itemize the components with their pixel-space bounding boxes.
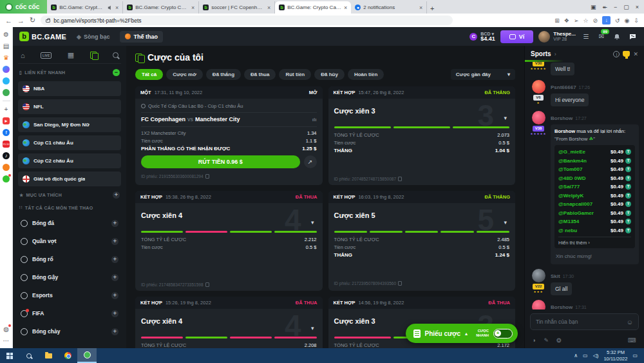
filter-pill[interactable]: Cược mở <box>166 69 203 80</box>
sort-dropdown[interactable]: Cược gần đây ▾ <box>451 69 515 80</box>
my-bets-icon[interactable] <box>90 52 97 59</box>
maximize-button[interactable]: ▢ <box>623 4 629 10</box>
tip-recipient[interactable]: @PabloGamer <box>558 210 611 216</box>
bcgame-logo[interactable]: b BC.GAME <box>19 32 66 41</box>
file-explorer-icon[interactable] <box>39 348 58 363</box>
quick-link-item[interactable]: NFL <box>18 99 121 114</box>
show-more-button[interactable]: Hiển thị thêm › <box>558 237 631 246</box>
bet-card-parlay[interactable]: KẾT HỢP 16:03, 19 thg 8, 2022 ĐÃ THẮNG C… <box>328 191 516 291</box>
sport-item[interactable]: Quần vợt + <box>18 233 121 249</box>
shop-sale-icon[interactable]: 15.10 <box>3 141 10 148</box>
info-icon[interactable]: i <box>613 51 620 57</box>
filter-pill[interactable]: Rút tiền <box>279 69 311 80</box>
wallet-button[interactable]: Ví <box>500 30 534 43</box>
tip-recipient[interactable]: @G_mieEe <box>558 149 611 155</box>
cashout-button[interactable]: RÚT TIỀN 0.96 $ <box>141 155 300 168</box>
bookmark-star-icon[interactable]: ☆ <box>583 17 588 24</box>
filter-pill[interactable]: Đã hủy <box>314 69 345 80</box>
betslip-button[interactable]: Phiếu cược ▴ CƯỢC NHANH + <box>406 324 518 343</box>
settings-gear-icon[interactable]: ⚙ <box>3 31 10 38</box>
sport-item[interactable]: Bóng chày + <box>18 324 121 339</box>
avatar[interactable] <box>532 80 545 93</box>
start-button[interactable] <box>0 348 19 363</box>
quick-bet-toggle[interactable]: + <box>493 329 513 338</box>
filter-pill[interactable]: Tất cả <box>135 69 163 80</box>
chevron-down-icon[interactable]: ▾ <box>311 325 314 331</box>
sport-item[interactable]: Bóng đá + <box>18 215 121 231</box>
chat-username[interactable]: Borshow17:31 <box>551 304 587 309</box>
tab-close-icon[interactable]: × <box>191 5 194 11</box>
bet-card-parlay[interactable]: KẾT HỢP 15:38, 26 thg 8, 2022 ĐÃ THUA Cư… <box>135 191 323 291</box>
bet-list-icon[interactable]: ☰ <box>581 33 591 40</box>
adblock-icon[interactable]: ⊘ <box>593 17 598 24</box>
tip-recipient[interactable]: @WelplyK <box>558 193 611 199</box>
trophy-icon[interactable] <box>623 51 630 57</box>
expand-sport-button[interactable]: + <box>111 292 118 299</box>
sync-icon[interactable]: ↺ <box>615 17 620 24</box>
tip-recipient[interactable]: @snapcall007 <box>558 201 611 207</box>
nav-casino[interactable]: ◆ Sòng bạc <box>71 31 115 43</box>
collapse-button[interactable]: − <box>113 69 120 76</box>
copy-icon[interactable] <box>205 174 209 179</box>
games-icon[interactable] <box>3 89 10 96</box>
quick-link-item[interactable]: San Diego, Mỹ Đơn Nữ <box>18 117 121 132</box>
sport-item[interactable]: FIFA + <box>18 306 121 321</box>
stats-icon[interactable]: ılı <box>312 117 317 123</box>
tab-close-icon[interactable]: × <box>267 5 270 11</box>
more-options-icon[interactable]: ⋯ <box>3 337 10 344</box>
expand-sport-button[interactable]: + <box>111 220 118 227</box>
tip-recipient[interactable]: @Tom007 <box>558 166 611 172</box>
rules-icon[interactable]: ✎ <box>544 337 549 344</box>
rain-tip-icon[interactable]: ◗ <box>533 337 536 344</box>
reload-icon[interactable]: ↻ <box>30 16 35 25</box>
clock[interactable]: 5:32 PM 10/11/2022 <box>603 349 627 362</box>
browser-tab-3[interactable]: b soccer | FC Copenhagen vs M × <box>199 1 275 14</box>
chrome-icon[interactable] <box>58 348 77 363</box>
taskbar-search-icon[interactable] <box>19 348 39 363</box>
bet-card-single[interactable]: MỘT 17:31, 11 thg 10, 2022 MỞ Quốc Tế Cấ… <box>135 86 323 185</box>
home-icon[interactable]: ⌂ <box>21 52 25 59</box>
speaker-icon[interactable] <box>108 5 113 10</box>
copy-icon[interactable] <box>398 281 402 286</box>
add-favorite-button[interactable]: + <box>113 191 120 199</box>
browser-tab-4-active[interactable]: b BC.Game: Crypto Casino Gan × <box>275 1 351 14</box>
close-chat-icon[interactable]: ✕ <box>633 51 638 57</box>
avatar[interactable] <box>532 111 545 124</box>
facebook-icon[interactable]: f <box>3 129 10 136</box>
expand-sport-button[interactable]: + <box>111 328 118 335</box>
back-to-icon[interactable]: ↞ <box>602 4 607 10</box>
bet-card-parlay[interactable]: KẾT HỢP 15:47, 26 thg 8, 2022 ĐÃ THẮNG C… <box>328 86 516 185</box>
address-bar[interactable]: bc.game/vi/sports?bt-path=%2Fbets <box>41 15 453 25</box>
share-ext-icon[interactable]: ➢ <box>574 17 579 24</box>
filter-pill[interactable]: Hoàn tiền <box>348 69 384 80</box>
action-center-icon[interactable]: ▭ <box>632 353 638 358</box>
close-button[interactable]: × <box>636 4 639 10</box>
youtube-icon[interactable]: ▸ <box>3 117 10 124</box>
new-tab-button[interactable]: + <box>427 3 437 14</box>
add-shortcut-icon[interactable]: + <box>3 106 10 113</box>
minimize-button[interactable]: − <box>614 4 617 10</box>
tip-recipient[interactable]: @Sai777 <box>558 184 611 190</box>
avatar[interactable] <box>532 300 545 309</box>
tab-close-icon[interactable]: × <box>344 5 347 11</box>
browser-tab-5[interactable]: ● 2 notifications × <box>351 1 427 14</box>
expand-sport-button[interactable]: + <box>111 256 118 263</box>
bell-notification-icon[interactable]: ◍ <box>3 326 10 333</box>
chevron-right-icon[interactable]: › <box>554 51 556 57</box>
expand-sport-button[interactable]: + <box>111 310 118 317</box>
sport-item[interactable]: Bóng rổ + <box>18 251 121 267</box>
copy-icon[interactable] <box>398 177 402 181</box>
schedule-icon[interactable]: ▦ <box>68 51 74 59</box>
network-icon[interactable]: ▭ <box>583 353 588 358</box>
quick-link-item[interactable]: Cúp C1 châu Âu <box>18 135 121 150</box>
clock-app-icon[interactable] <box>3 164 10 171</box>
tip-recipient[interactable]: @ nebu <box>558 228 611 233</box>
tab-close-icon[interactable]: × <box>115 5 118 11</box>
downloads-tray-icon[interactable]: ⇩ <box>634 17 639 24</box>
sport-item[interactable]: Bóng Gậy + <box>18 270 121 285</box>
quick-link-item[interactable]: Cúp C2 châu Âu <box>18 153 121 168</box>
tip-recipient[interactable]: @48D 0WD <box>558 175 611 181</box>
tip-recipient[interactable]: @M1354 <box>558 219 611 224</box>
balance-dropdown[interactable]: C BCD ▾ $4.41 <box>469 32 495 42</box>
newsfeed-icon[interactable]: ▤ <box>3 43 10 50</box>
